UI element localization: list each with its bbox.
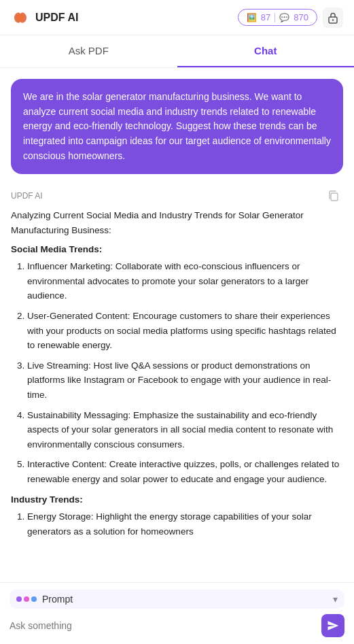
message-area: We are in the solar generator manufactur…: [0, 68, 354, 582]
social-media-title: Social Media Trends:: [11, 242, 343, 257]
tabs: Ask PDF Chat: [0, 35, 354, 68]
list-item: Sustainability Messaging: Emphasize the …: [27, 408, 343, 452]
svg-rect-3: [331, 193, 338, 201]
messages-icon: 💬: [279, 13, 289, 22]
header-right: 🖼️ 87 💬 870: [238, 7, 343, 28]
tab-chat[interactable]: Chat: [177, 35, 355, 67]
dot-blue: [31, 596, 37, 602]
ai-intro: Analyzing Current Social Media and Indus…: [11, 208, 343, 237]
svg-point-2: [332, 19, 334, 20]
list-item: Live Streaming: Host live Q&A sessions o…: [27, 358, 343, 403]
list-item: User-Generated Content: Encourage custom…: [27, 309, 343, 353]
header: UPDF AI 🖼️ 87 💬 870: [0, 0, 354, 35]
prompt-row[interactable]: Prompt ▾: [10, 590, 344, 609]
prompt-label: Prompt: [42, 594, 73, 605]
ai-content: Analyzing Current Social Media and Indus…: [11, 208, 343, 544]
ai-response: UPDF AI Analyzing Current Social Media a…: [11, 182, 343, 544]
list-item: Interactive Content: Create interactive …: [27, 457, 343, 486]
tab-ask-pdf[interactable]: Ask PDF: [0, 35, 177, 67]
header-left: UPDF AI: [11, 8, 78, 27]
bottom-area: Prompt ▾: [0, 582, 354, 644]
chevron-down-icon: ▾: [333, 594, 338, 605]
badge-divider: [275, 13, 275, 22]
list-item: Energy Storage: Highlight the energy sto…: [27, 509, 343, 539]
send-icon: [327, 620, 339, 632]
lock-button[interactable]: [323, 7, 343, 28]
ask-row: [10, 614, 344, 637]
copy-button[interactable]: [324, 186, 343, 205]
credits-icon: 🖼️: [247, 13, 257, 22]
ai-sender-label: UPDF AI: [11, 191, 43, 201]
ask-input[interactable]: [10, 620, 316, 631]
ai-label-row: UPDF AI: [11, 182, 343, 208]
user-message: We are in the solar generator manufactur…: [11, 79, 343, 174]
dot-pink: [24, 596, 29, 602]
dot-purple: [16, 596, 22, 602]
app-title: UPDF AI: [35, 12, 78, 24]
messages-count: 870: [294, 12, 308, 22]
prompt-row-left: Prompt: [16, 594, 73, 605]
industry-list: Energy Storage: Highlight the energy sto…: [11, 509, 343, 539]
send-button[interactable]: [321, 614, 344, 637]
credits-badge[interactable]: 🖼️ 87 💬 870: [238, 9, 317, 26]
social-media-list: Influencer Marketing: Collaborate with e…: [11, 259, 343, 486]
lock-icon: [328, 12, 338, 24]
prompt-dots: [16, 596, 37, 602]
logo-icon: [11, 8, 30, 27]
list-item: Influencer Marketing: Collaborate with e…: [27, 259, 343, 303]
credits-count: 87: [261, 12, 270, 22]
industry-title: Industry Trends:: [11, 492, 343, 507]
